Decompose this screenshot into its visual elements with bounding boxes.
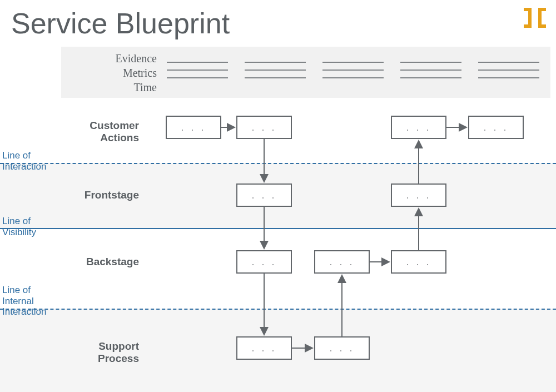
row-label-backstage: Backstage bbox=[0, 256, 139, 268]
separator-label-interaction: Line of Interaction bbox=[2, 150, 46, 172]
separator-line-visibility bbox=[0, 228, 556, 229]
row-label-customer: Customer Actions bbox=[0, 120, 139, 144]
svg-rect-2 bbox=[528, 8, 532, 28]
header-fill-lines bbox=[167, 59, 545, 92]
box-support-2: . . . bbox=[236, 336, 292, 360]
box-customer-2: . . . bbox=[236, 116, 292, 139]
box-backstage-4: . . . bbox=[391, 250, 446, 274]
header-label-evidence: Evidence bbox=[79, 51, 157, 66]
row-label-frontstage: Frontstage bbox=[0, 189, 139, 201]
separator-label-visibility: Line of Visibility bbox=[2, 216, 36, 237]
header-label-metrics: Metrics bbox=[79, 66, 157, 80]
separator-label-internal: Line of Internal Interaction bbox=[2, 285, 46, 317]
header-labels: Evidence Metrics Time bbox=[79, 51, 157, 95]
box-frontstage-2: . . . bbox=[236, 183, 292, 207]
svg-rect-5 bbox=[538, 8, 542, 28]
box-frontstage-4: . . . bbox=[391, 183, 446, 207]
separator-line-interaction bbox=[0, 163, 556, 164]
box-backstage-3: . . . bbox=[314, 250, 370, 274]
box-customer-5: . . . bbox=[468, 116, 524, 139]
box-customer-4: . . . bbox=[391, 116, 446, 139]
box-backstage-2: . . . bbox=[236, 250, 292, 274]
row-label-support: Support Process bbox=[0, 340, 139, 365]
header-label-time: Time bbox=[79, 80, 157, 95]
box-support-3: . . . bbox=[314, 336, 370, 360]
brand-logo-icon bbox=[524, 8, 546, 30]
box-customer-1: . . . bbox=[166, 116, 221, 139]
separator-line-internal bbox=[0, 309, 556, 310]
page-title: Service Blueprint bbox=[11, 7, 230, 40]
